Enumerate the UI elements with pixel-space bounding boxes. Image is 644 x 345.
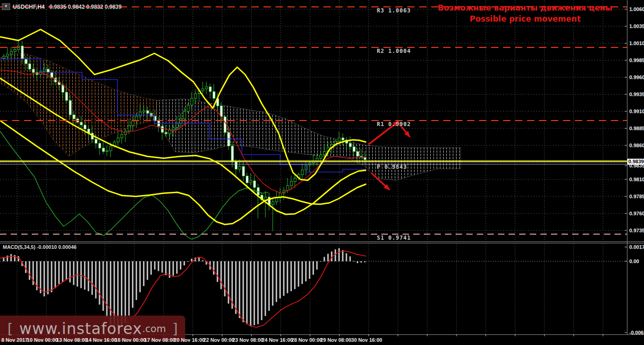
annotation-line-en: Possible price movement: [428, 13, 622, 24]
macd-axis-label[interactable]: 0.0017: [629, 244, 644, 250]
level-label-r2: R2 1.0004: [377, 48, 411, 54]
level-label-r1: R1 0.9902: [377, 121, 411, 127]
level-label-r3: R3 1.0063: [377, 7, 411, 14]
date-axis-label[interactable]: 10 Nov 00:00: [27, 337, 58, 343]
watermark-suffix: .com: [142, 323, 166, 334]
price-axis-label[interactable]: 1.0035: [629, 23, 644, 29]
date-axis-label[interactable]: 8 Nov 2017: [1, 337, 28, 343]
price-axis-label[interactable]: 0.9885: [629, 126, 644, 131]
price-axis-label[interactable]: 0.9760: [629, 211, 644, 216]
date-axis-label[interactable]: 13 Nov 08:00: [56, 337, 87, 343]
current-price-badge: 0.9839: [627, 159, 644, 165]
price-axis-label[interactable]: 0.9810: [629, 177, 644, 182]
price-axis-label[interactable]: 0.9860: [629, 143, 644, 148]
macd-indicator-label: MACD(5,34,5) -0.00010 0.00046: [3, 244, 76, 250]
annotation-line-ru: Возможные варианты движения цены: [428, 2, 622, 13]
macd-axis-label[interactable]: 0.00: [629, 259, 639, 264]
price-annotation: Возможные варианты движения цены Possibl…: [428, 2, 622, 24]
chart-canvas[interactable]: [0, 0, 644, 345]
chevron-down-icon[interactable]: ▼: [2, 3, 10, 10]
price-axis-label[interactable]: 0.9960: [629, 75, 644, 80]
watermark-open-bracket: [: [7, 321, 13, 337]
level-label-s1: S1 0.9741: [377, 235, 411, 241]
symbol-name: USDCHF,H4: [13, 4, 45, 10]
date-axis-label[interactable]: 14 Nov 16:00: [86, 337, 117, 343]
chart-window: ▼ USDCHF,H4 0.9835 0.9842 0.9832 0.9839 …: [0, 0, 644, 345]
price-axis-label[interactable]: 0.9935: [629, 92, 644, 97]
price-axis-label[interactable]: 0.9735: [629, 228, 644, 233]
date-axis-label[interactable]: 22 Nov 00:00: [203, 337, 234, 343]
price-axis-label[interactable]: 1.0060: [629, 6, 644, 12]
date-axis-label[interactable]: 16 Nov 00:00: [115, 337, 146, 343]
level-label-p: P 0.9843: [377, 164, 407, 170]
watermark-text: www.instaforex: [19, 320, 142, 338]
price-axis-label[interactable]: 0.9985: [629, 58, 644, 63]
price-axis-label[interactable]: 0.9785: [629, 194, 644, 199]
date-axis-label[interactable]: 30 Nov 16:00: [351, 337, 382, 343]
macd-axis-label[interactable]: -0.00691: [629, 330, 644, 335]
price-axis-label[interactable]: 0.9910: [629, 109, 644, 114]
date-axis-label[interactable]: 28 Nov 00:00: [291, 337, 322, 343]
symbol-bar: ▼ USDCHF,H4 0.9835 0.9842 0.9832 0.9839: [2, 3, 122, 10]
date-axis-label[interactable]: 24 Nov 16:00: [262, 337, 293, 343]
price-axis-label[interactable]: 1.0010: [629, 40, 644, 46]
symbol-ohlc-values: 0.9835 0.9842 0.9832 0.9839: [49, 4, 122, 10]
date-axis-label[interactable]: 17 Nov 08:00: [144, 337, 175, 343]
date-axis-label[interactable]: 20 Nov 16:00: [174, 337, 205, 343]
watermark-close-bracket: ]: [172, 321, 178, 337]
date-axis-label[interactable]: 29 Nov 08:00: [320, 337, 351, 343]
date-axis-label[interactable]: 23 Nov 08:00: [232, 337, 263, 343]
